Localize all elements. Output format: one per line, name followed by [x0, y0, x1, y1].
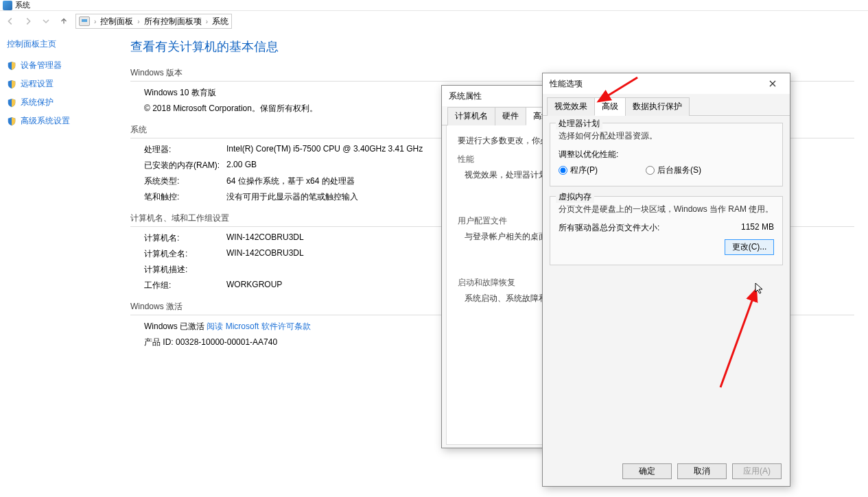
- up-button[interactable]: [58, 15, 70, 27]
- sidebar-item-label: 系统保护: [21, 97, 54, 108]
- label-pen-touch: 笔和触控:: [144, 191, 226, 203]
- value-system-type: 64 位操作系统，基于 x64 的处理器: [226, 175, 355, 187]
- processor-scheduling-group: 处理器计划 选择如何分配处理器资源。 调整以优化性能: 程序(P) 后台服务(S…: [550, 123, 783, 186]
- vm-total-label: 所有驱动器总分页文件大小:: [559, 222, 659, 234]
- sidebar: 控制面板主页 设备管理器 远程设置 系统保护 高级系统设置: [0, 32, 117, 497]
- radio-programs-label: 程序(P): [570, 165, 598, 176]
- address-bar-row: › 控制面板 › 所有控制面板项 › 系统: [0, 11, 868, 32]
- radio-background-services[interactable]: 后台服务(S): [646, 165, 701, 176]
- sidebar-item-label: 设备管理器: [21, 60, 62, 71]
- close-button[interactable]: [762, 77, 783, 90]
- perf-tabs: 视觉效果 高级 数据执行保护: [543, 97, 790, 116]
- tab-advanced[interactable]: 高级: [594, 97, 626, 116]
- label-computer-name: 计算机名:: [144, 232, 226, 244]
- license-terms-link[interactable]: 阅读 Microsoft 软件许可条款: [207, 322, 310, 331]
- close-icon: [769, 80, 776, 87]
- value-ram: 2.00 GB: [226, 160, 257, 171]
- back-button[interactable]: [4, 15, 16, 27]
- breadcrumb-bar[interactable]: › 控制面板 › 所有控制面板项 › 系统: [75, 14, 232, 29]
- sidebar-item-remote-settings[interactable]: 远程设置: [7, 78, 110, 90]
- activation-status: Windows 已激活: [144, 322, 207, 331]
- label-workgroup: 工作组:: [144, 280, 226, 291]
- tab-visual-effects[interactable]: 视觉效果: [547, 97, 595, 116]
- window-title: 系统: [15, 0, 30, 10]
- label-processor: 处理器:: [144, 144, 226, 156]
- breadcrumb-item[interactable]: 控制面板: [100, 16, 133, 27]
- radio-services-input[interactable]: [646, 166, 655, 175]
- sidebar-home-link[interactable]: 控制面板主页: [7, 38, 110, 50]
- vm-total-value: 1152 MB: [741, 222, 774, 234]
- adjust-label: 调整以优化性能:: [559, 149, 774, 160]
- virtual-memory-group: 虚拟内存 分页文件是硬盘上的一块区域，Windows 当作 RAM 使用。 所有…: [550, 196, 783, 265]
- tab-computer-name[interactable]: 计算机名: [447, 107, 495, 125]
- tab-hardware[interactable]: 硬件: [495, 107, 526, 125]
- value-pen-touch: 没有可用于此显示器的笔或触控输入: [226, 191, 358, 203]
- value-workgroup: WORKGROUP: [226, 280, 282, 291]
- sidebar-item-advanced-system-settings[interactable]: 高级系统设置: [7, 115, 110, 127]
- label-computer-description: 计算机描述:: [144, 264, 226, 276]
- shield-icon: [7, 117, 16, 126]
- vm-desc: 分页文件是硬盘上的一块区域，Windows 当作 RAM 使用。: [559, 204, 774, 215]
- group-legend: 处理器计划: [556, 118, 602, 130]
- shield-icon: [7, 98, 16, 108]
- label-full-computer-name: 计算机全名:: [144, 248, 226, 260]
- group-legend: 虚拟内存: [556, 191, 594, 203]
- value-full-computer-name: WIN-142COBRU3DL: [226, 248, 304, 260]
- apply-button[interactable]: 应用(A): [732, 463, 782, 479]
- cancel-button[interactable]: 取消: [677, 463, 727, 479]
- label-ram: 已安装的内存(RAM):: [144, 160, 226, 171]
- dialog-title: 性能选项: [550, 78, 583, 90]
- page-title: 查看有关计算机的基本信息: [130, 38, 854, 55]
- sidebar-item-system-protection[interactable]: 系统保护: [7, 97, 110, 108]
- sched-desc: 选择如何分配处理器资源。: [559, 130, 774, 142]
- sidebar-item-device-manager[interactable]: 设备管理器: [7, 60, 110, 71]
- forward-button[interactable]: [22, 15, 34, 27]
- performance-options-dialog: 性能选项 视觉效果 高级 数据执行保护 处理器计划 选择如何分配处理器资源。 调…: [542, 73, 790, 487]
- shield-icon: [7, 61, 16, 71]
- breadcrumb-item[interactable]: 系统: [212, 16, 228, 27]
- sidebar-item-label: 远程设置: [21, 78, 54, 90]
- chevron-right-icon: ›: [206, 18, 208, 25]
- shield-icon: [7, 80, 16, 89]
- value-computer-name: WIN-142COBRU3DL: [226, 232, 304, 244]
- radio-programs-input[interactable]: [559, 166, 567, 175]
- label-system-type: 系统类型:: [144, 175, 226, 187]
- breadcrumb-item[interactable]: 所有控制面板项: [144, 16, 202, 27]
- sidebar-item-label: 高级系统设置: [21, 115, 70, 127]
- chevron-right-icon: ›: [137, 18, 139, 25]
- pc-icon: [79, 16, 90, 26]
- change-button[interactable]: 更改(C)...: [725, 239, 774, 255]
- window-titlebar: 系统: [0, 0, 868, 11]
- ok-button[interactable]: 确定: [622, 463, 672, 479]
- recent-dropdown[interactable]: [40, 15, 52, 27]
- system-icon: [3, 1, 12, 10]
- tab-dep[interactable]: 数据执行保护: [625, 97, 690, 116]
- radio-programs[interactable]: 程序(P): [559, 165, 598, 176]
- chevron-right-icon: ›: [94, 18, 96, 25]
- value-processor: Intel(R) Core(TM) i5-7500 CPU @ 3.40GHz …: [226, 144, 423, 156]
- radio-services-label: 后台服务(S): [657, 165, 701, 176]
